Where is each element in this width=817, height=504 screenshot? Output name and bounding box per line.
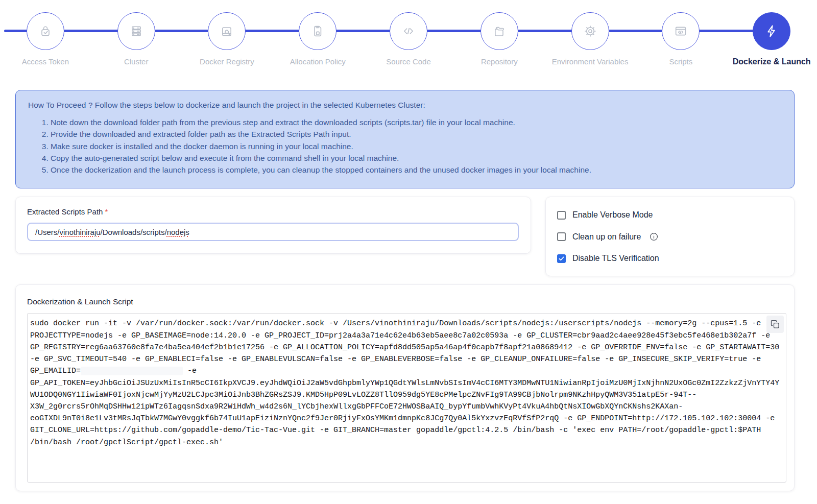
stepper-step-access-token[interactable]: Access Token	[0, 12, 91, 66]
stepper-step-source-code[interactable]: Source Code	[363, 12, 454, 66]
script-line: /bin/bash /root/gpctlScript/gpctl-exec.s…	[30, 437, 784, 448]
step-label: Cluster	[124, 57, 149, 66]
script-line: PROJECTTYPE=nodejs -e GP_BASEIMAGE=node:…	[30, 330, 784, 342]
stepper-step-allocation-policy[interactable]: Allocation Policy	[272, 12, 363, 66]
disable-tls-verification-checkbox[interactable]	[557, 254, 566, 263]
script-line: sudo docker run -it -v /var/run/docker.s…	[30, 318, 784, 329]
step-label: Source Code	[386, 57, 431, 66]
misspelled-word: nodejs	[167, 228, 189, 236]
copy-script-button[interactable]	[766, 316, 784, 333]
folder-icon	[492, 24, 507, 38]
script-line: GP_REGISTRY=reg6aa63760e8fa7e4ba5ea404ef…	[30, 342, 784, 353]
script-line: WU1ODQ0NGY1IiwiaWF0IjoxNjcwMjYyMzU2LCJpc…	[30, 389, 784, 401]
server-rack-icon	[129, 24, 143, 38]
howto-step: Make sure docker is installed and the do…	[51, 140, 782, 152]
launch-options-card: Enable Verbose Mode Clean up on failure …	[545, 197, 795, 276]
checkbox-row-enable-verbose-mode[interactable]: Enable Verbose Mode	[557, 210, 783, 220]
step-label: Environment Variables	[552, 57, 629, 66]
howto-title: How To Proceed ? Follow the steps below …	[28, 101, 782, 110]
checkbox-label: Enable Verbose Mode	[572, 210, 653, 220]
copy-icon	[770, 319, 780, 329]
howto-step: Note down the download folder path from …	[51, 116, 782, 128]
script-line: eoGIXDL9nT0i8e1Lv3tMRsJqTbkW7MGwY0vggkf6…	[30, 413, 784, 424]
script-line: GP_API_TOKEN=eyJhbGciOiJSUzUxMiIsInR5cCI…	[30, 377, 784, 389]
script-line: -e GP_SVC_TIMEOUT=540 -e GP_ENABLECI=fal…	[30, 353, 784, 365]
howto-step: Copy the auto-generated script below and…	[51, 152, 782, 164]
extracted-scripts-path-label: Extracted Scripts Path *	[27, 207, 519, 216]
redacted-email-value	[81, 367, 183, 375]
script-line: GIT_CLONE_URL=https://github.com/gopaddl…	[30, 424, 784, 436]
extracted-scripts-path-input[interactable]: /Users/vinothiniraju/Downloads/scripts/n…	[27, 223, 519, 241]
howto-steps-list: Note down the download folder path from …	[28, 116, 782, 176]
step-label: Dockerize & Launch	[733, 57, 811, 66]
step-label: Allocation Policy	[290, 57, 346, 66]
misspelled-word: vinothiniraju	[60, 228, 101, 236]
code-brackets-icon	[401, 23, 416, 39]
checkbox-label: Clean up on failure	[572, 232, 641, 242]
extracted-scripts-path-card: Extracted Scripts Path * /Users/vinothin…	[15, 197, 531, 254]
script-line-email: GP_EMAILID=-e	[30, 365, 784, 377]
howto-panel: How To Proceed ? Follow the steps below …	[15, 90, 795, 188]
script-window-icon	[674, 24, 688, 38]
stepper-step-environment-variables[interactable]: Environment Variables	[545, 12, 636, 66]
checkbox-label: Disable TLS Verification	[572, 254, 659, 263]
step-label: Repository	[481, 57, 518, 66]
checkbox-row-disable-tls-verification[interactable]: Disable TLS Verification	[557, 254, 783, 263]
howto-step: Provide the downloaded and extracted fol…	[51, 128, 782, 140]
howto-step: Once the dockerization and the launch pr…	[51, 164, 782, 176]
step-label: Access Token	[22, 57, 69, 66]
clean-up-on-failure-checkbox[interactable]	[557, 232, 566, 241]
checkbox-row-clean-up-on-failure[interactable]: Clean up on failure	[557, 232, 783, 242]
info-icon[interactable]	[649, 232, 659, 242]
lightning-icon	[764, 23, 779, 39]
script-section-label: Dockerization & Launch Script	[27, 297, 786, 306]
gear-icon	[583, 24, 597, 38]
sd-card-icon	[310, 24, 325, 38]
lock-check-icon	[38, 24, 53, 38]
stepper-step-dockerize-launch[interactable]: Dockerize & Launch	[726, 12, 817, 66]
enable-verbose-mode-checkbox[interactable]	[557, 211, 566, 220]
stepper-step-cluster[interactable]: Cluster	[91, 12, 182, 66]
wizard-stepper: Access Token Cluster	[0, 0, 817, 71]
step-label: Docker Registry	[200, 57, 254, 66]
stepper-step-scripts[interactable]: Scripts	[635, 12, 726, 66]
stepper-step-docker-registry[interactable]: Docker Registry	[182, 12, 273, 66]
required-asterisk: *	[105, 207, 108, 216]
step-label: Scripts	[669, 57, 692, 66]
script-line: X3W_2g0rcrs5rOhMqDSHHw12ipWTz6IagqsnSdxa…	[30, 401, 784, 413]
registry-drive-icon	[220, 24, 234, 38]
stepper-step-repository[interactable]: Repository	[454, 12, 545, 66]
launch-script-code: sudo docker run -it -v /var/run/docker.s…	[27, 313, 786, 483]
dockerization-script-card: Dockerization & Launch Script sudo docke…	[15, 284, 795, 491]
